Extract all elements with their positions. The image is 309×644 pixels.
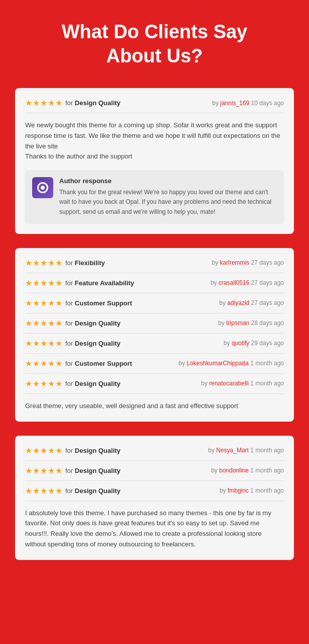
cards-container: ★★★★★for Design Qualityby jannis_169 10 …: [15, 88, 294, 560]
title-line2: About Us?: [106, 45, 202, 66]
stars-label: ★★★★★for Feature Availability: [25, 278, 134, 288]
stars-label: ★★★★★for Customer Support: [25, 359, 132, 368]
stars-label: ★★★★★for Design Quality: [25, 318, 121, 328]
review-row: ★★★★★for Customer Supportby adiyazid 27 …: [25, 293, 284, 313]
reviewer-username[interactable]: adiyazid: [227, 299, 249, 306]
review-row: ★★★★★for Customer Supportby LokeshkumarC…: [25, 354, 284, 374]
reviewer-username[interactable]: fmbginc: [228, 487, 249, 494]
review-row: ★★★★★for Design Qualityby jannis_169 10 …: [25, 98, 284, 113]
reviewer-username[interactable]: bondonline: [219, 467, 249, 474]
reviewer-username[interactable]: crasall0516: [219, 279, 249, 286]
reviewer-label: by quotify 29 days ago: [224, 340, 284, 347]
author-response-title: Author response: [59, 177, 277, 185]
reviewer-label: by LokeshkumarChippada 1 month ago: [179, 360, 284, 367]
stars-label: ★★★★★for Customer Support: [25, 298, 132, 308]
reviewer-label: by tripsman 28 days ago: [218, 319, 284, 327]
category-label: for Design Quality: [65, 447, 121, 454]
reviewer-username[interactable]: quotify: [232, 340, 249, 347]
stars-icon: ★★★★★: [25, 98, 63, 108]
stars-label: ★★★★★for Design Quality: [25, 446, 121, 455]
review-card-1: ★★★★★for Design Qualityby jannis_169 10 …: [15, 88, 294, 234]
review-row: ★★★★★for Design Qualityby Nesya_Mart 1 m…: [25, 446, 284, 461]
category-label: for Design Quality: [65, 319, 121, 327]
stars-label: ★★★★★for Design Quality: [25, 98, 121, 108]
category-label: for Customer Support: [65, 299, 132, 307]
review-body-text: We newly bought this theme for a coming …: [25, 120, 284, 162]
author-response: Author responseThank you for the great r…: [25, 170, 284, 224]
stars-icon: ★★★★★: [25, 486, 63, 496]
author-response-text: Thank you for the great review! We're so…: [59, 188, 277, 217]
stars-icon: ★★★★★: [25, 298, 63, 308]
stars-icon: ★★★★★: [25, 318, 63, 328]
category-label: for Design Quality: [65, 340, 121, 347]
review-row: ★★★★★for Design Qualityby renatocarabell…: [25, 374, 284, 394]
category-label: for Design Quality: [65, 487, 121, 495]
review-card-3: ★★★★★for Design Qualityby Nesya_Mart 1 m…: [15, 436, 294, 560]
reviewer-label: by fmbginc 1 month ago: [220, 487, 284, 494]
stars-icon: ★★★★★: [25, 446, 63, 455]
stars-label: ★★★★★for Design Quality: [25, 339, 121, 348]
category-label: for Customer Support: [65, 360, 132, 367]
review-row: ★★★★★for Design Qualityby tripsman 28 da…: [25, 313, 284, 334]
stars-label: ★★★★★for Design Quality: [25, 379, 121, 388]
reviewer-username[interactable]: jannis_169: [220, 100, 249, 107]
review-row: ★★★★★for Feature Availabilityby crasall0…: [25, 273, 284, 293]
reviewer-label: by adiyazid 27 days ago: [219, 299, 284, 306]
reviewer-label: by karlremmis 27 days ago: [212, 259, 284, 266]
category-label: for Feature Availability: [65, 279, 134, 287]
category-label: for Flexibility: [65, 259, 105, 267]
author-avatar-icon: [37, 182, 48, 193]
reviewer-username[interactable]: renatocarabelli: [209, 380, 249, 387]
reviewer-label: by crasall0516 27 days ago: [211, 279, 284, 286]
review-card-2: ★★★★★for Flexibilityby karlremmis 27 day…: [15, 248, 294, 422]
stars-icon: ★★★★★: [25, 359, 63, 368]
reviewer-username[interactable]: karlremmis: [220, 259, 250, 266]
review-body-text: Great theme, very useable, well designed…: [25, 401, 284, 412]
review-row: ★★★★★for Design Qualityby fmbginc 1 mont…: [25, 481, 284, 501]
author-avatar: [32, 177, 53, 198]
stars-icon: ★★★★★: [25, 339, 63, 348]
stars-icon: ★★★★★: [25, 466, 63, 475]
category-label: for Design Quality: [65, 99, 121, 107]
review-row: ★★★★★for Flexibilityby karlremmis 27 day…: [25, 258, 284, 273]
reviewer-label: by jannis_169 10 days ago: [212, 100, 284, 107]
stars-label: ★★★★★for Flexibility: [25, 258, 105, 268]
stars-icon: ★★★★★: [25, 258, 63, 268]
author-response-content: Author responseThank you for the great r…: [59, 177, 277, 217]
reviewer-username[interactable]: Nesya_Mart: [216, 447, 249, 454]
stars-label: ★★★★★for Design Quality: [25, 466, 121, 475]
title-line1: What Do Clients Say: [62, 21, 248, 42]
reviewer-label: by renatocarabelli 1 month ago: [201, 380, 284, 387]
stars-label: ★★★★★for Design Quality: [25, 486, 121, 496]
category-label: for Design Quality: [65, 380, 121, 387]
stars-icon: ★★★★★: [25, 278, 63, 288]
review-body-text: I absolutely love this theme. I have pur…: [25, 508, 284, 550]
reviewer-username[interactable]: tripsman: [226, 319, 249, 327]
stars-icon: ★★★★★: [25, 379, 63, 388]
reviewer-username[interactable]: LokeshkumarChippada: [187, 360, 249, 367]
category-label: for Design Quality: [65, 467, 121, 474]
page-title: What Do Clients Say About Us?: [15, 20, 294, 68]
review-row: ★★★★★for Design Qualityby bondonline 1 m…: [25, 461, 284, 481]
reviewer-label: by Nesya_Mart 1 month ago: [208, 447, 284, 454]
review-row: ★★★★★for Design Qualityby quotify 29 day…: [25, 334, 284, 354]
reviewer-label: by bondonline 1 month ago: [211, 467, 284, 474]
